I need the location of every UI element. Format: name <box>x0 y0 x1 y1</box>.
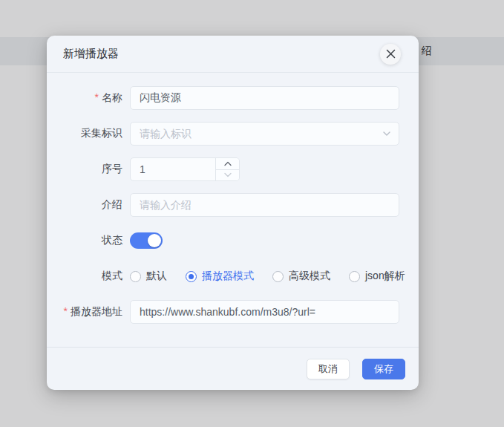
radio-circle-icon <box>130 271 141 282</box>
collect-flag-label: 采集标识 <box>47 127 122 140</box>
form-row-order: 序号 <box>47 157 399 181</box>
dialog-title: 新增播放器 <box>63 47 119 61</box>
dialog-header: 新增播放器 <box>47 36 419 73</box>
background-partial-text: 绍 <box>422 45 432 58</box>
order-label: 序号 <box>47 163 122 176</box>
form-row-mode: 模式 默认 播放器模式 高级模式 json解析 <box>47 264 399 288</box>
radio-option-advanced-mode[interactable]: 高级模式 <box>272 270 330 283</box>
mode-radio-group: 默认 播放器模式 高级模式 json解析 <box>130 270 405 283</box>
form-row-collect-flag: 采集标识 <box>47 122 399 146</box>
radio-option-player-mode[interactable]: 播放器模式 <box>186 270 254 283</box>
radio-circle-icon <box>272 271 284 282</box>
radio-circle-icon <box>186 271 197 282</box>
stepper-down-button[interactable] <box>216 170 239 181</box>
form-row-player-url: *播放器地址 <box>47 300 399 324</box>
toggle-knob <box>148 234 161 247</box>
required-asterisk: * <box>64 305 68 317</box>
order-value-input[interactable] <box>131 158 215 180</box>
intro-input[interactable] <box>130 193 399 217</box>
radio-option-json-parse[interactable]: json解析 <box>349 270 405 283</box>
chevron-down-icon <box>224 172 232 177</box>
status-label: 状态 <box>47 234 122 247</box>
chevron-up-icon <box>224 161 232 166</box>
mode-label: 模式 <box>47 270 122 283</box>
name-label: *名称 <box>47 91 122 105</box>
name-input[interactable] <box>130 86 399 110</box>
dialog-body: *名称 采集标识 序号 <box>47 73 419 324</box>
radio-circle-icon <box>349 271 360 282</box>
order-number-input[interactable] <box>130 157 240 181</box>
player-url-label: *播放器地址 <box>47 305 122 319</box>
close-button[interactable] <box>380 44 401 65</box>
required-asterisk: * <box>95 91 99 103</box>
status-toggle[interactable] <box>130 232 163 249</box>
stepper-up-button[interactable] <box>216 158 239 170</box>
add-player-dialog: 新增播放器 *名称 采集标识 序号 <box>47 36 419 390</box>
form-row-name: *名称 <box>47 86 399 110</box>
collect-flag-select[interactable] <box>130 122 399 146</box>
number-stepper <box>215 158 239 180</box>
form-row-status: 状态 <box>47 229 399 252</box>
player-url-input[interactable] <box>130 300 399 324</box>
radio-option-default[interactable]: 默认 <box>130 270 167 283</box>
dialog-footer: 取消 保存 <box>47 347 419 390</box>
close-icon <box>386 49 396 59</box>
cancel-button[interactable]: 取消 <box>307 359 350 379</box>
form-row-intro: 介绍 <box>47 193 399 217</box>
chevron-down-icon <box>382 129 391 138</box>
save-button[interactable]: 保存 <box>362 359 405 379</box>
intro-label: 介绍 <box>47 198 122 212</box>
